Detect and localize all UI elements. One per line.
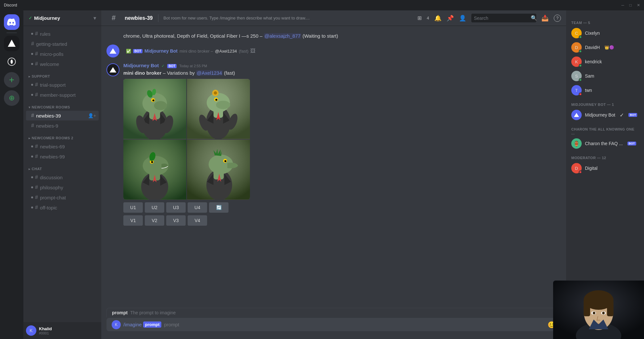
category-chat[interactable]: ▸ CHAT — [23, 162, 101, 172]
image-grid — [123, 79, 250, 200]
channel-item-newbies-9[interactable]: # newbies-9 — [26, 121, 99, 131]
notifications-icon[interactable]: 🔔 — [434, 15, 441, 22]
member-name-digital: Digital — [585, 166, 598, 171]
member-item-twn[interactable]: T twn — [569, 83, 641, 97]
pin-icon[interactable]: 📌 — [447, 15, 454, 22]
member-avatar-midjourney-bot — [571, 110, 582, 120]
bot-image-icon[interactable]: 🖼 — [250, 48, 255, 54]
upscale-3-button[interactable]: U3 — [166, 202, 186, 213]
upscale-4-button[interactable]: U4 — [188, 202, 207, 213]
channel-item-trial-support[interactable]: # trial-support — [26, 80, 99, 90]
search-bar[interactable]: 🔍 — [471, 14, 536, 22]
svg-point-28 — [214, 91, 217, 94]
category-arrow: ▸ — [29, 167, 31, 171]
davidh-badges: 👑🟣 — [604, 45, 614, 50]
video-feed — [553, 281, 644, 339]
minimize-button[interactable]: ─ — [621, 3, 624, 7]
close-button[interactable]: ✕ — [637, 3, 640, 7]
upscale-1-button[interactable]: U1 — [123, 202, 143, 213]
channel-item-philosophy[interactable]: # philosophy — [26, 182, 99, 192]
image-cell-bl[interactable] — [123, 140, 186, 200]
member-avatar-twn: T — [571, 85, 582, 95]
channel-bullet — [31, 207, 33, 208]
server-openai[interactable] — [4, 54, 19, 69]
channel-item-getting-started[interactable]: # getting-started — [26, 39, 99, 49]
server-header[interactable]: ✓ Midjourney ▾ — [23, 10, 101, 26]
action-buttons-upscale: U1 U2 U3 U4 🔄 — [123, 202, 561, 213]
add-server-button[interactable]: + — [4, 72, 19, 88]
members-icon[interactable]: 👤 — [459, 15, 466, 22]
search-input[interactable] — [474, 16, 531, 21]
member-name-kendrick: kendrick — [585, 59, 602, 64]
bot-header-row: ✅ BOT Midjourney Bot mini dino broker – … — [126, 48, 255, 54]
status-indicator — [579, 64, 582, 67]
channel-bullet — [31, 63, 33, 65]
channel-item-micro-polls[interactable]: # micro-polls — [26, 49, 99, 59]
header-icons: ⊞ 4 🔔 📌 👤 🔍 📥 ? — [417, 14, 561, 22]
variation-4-button[interactable]: V4 — [188, 215, 207, 226]
add-member-icon[interactable]: 👤+ — [88, 113, 96, 118]
variation-2-button[interactable]: V2 — [145, 215, 164, 226]
svg-point-37 — [151, 161, 153, 163]
channel-bullet — [31, 84, 33, 86]
channel-bullet — [31, 53, 33, 55]
category-support[interactable]: ▸ SUPPORT — [23, 69, 101, 80]
member-item-sam[interactable]: S Sam — [569, 69, 641, 83]
status-indicator — [579, 50, 582, 53]
help-icon[interactable]: ? — [554, 15, 561, 22]
server-discord-home[interactable] — [4, 14, 19, 30]
channel-item-prompt-chat[interactable]: # prompt-chat — [26, 193, 99, 202]
image-cell-tl[interactable] — [123, 79, 186, 139]
image-cell-tr[interactable] — [187, 79, 250, 139]
maximize-button[interactable]: □ — [629, 3, 632, 7]
autocomplete-description: The prompt to imagine — [130, 310, 176, 315]
bot-avatar-small — [106, 44, 119, 57]
member-item-kendrick[interactable]: K kendrick — [569, 55, 641, 69]
threads-icon[interactable]: ⊞ — [417, 15, 422, 21]
variation-3-button[interactable]: V3 — [166, 215, 186, 226]
explore-servers-button[interactable]: ⊕ — [4, 90, 19, 106]
member-item-digital[interactable]: D Digital — [569, 161, 641, 175]
channel-item-off-topic[interactable]: # off-topic — [26, 203, 99, 212]
server-midjourney[interactable] — [4, 36, 19, 51]
member-name-davidh: DavidH — [585, 45, 600, 50]
charon-bot-badge: BOT — [627, 142, 636, 145]
member-avatar-charon: 🏺 — [571, 138, 582, 149]
channel-item-welcome[interactable]: # welcome — [26, 59, 99, 69]
channel-item-discussion[interactable]: # discussion — [26, 172, 99, 182]
channel-bullet — [31, 94, 33, 96]
upscale-2-button[interactable]: U2 — [145, 202, 164, 213]
member-item-midjourney-bot[interactable]: Midjourney Bot ✓ BOT — [569, 108, 641, 122]
message-timestamp: Today at 2:55 PM — [179, 64, 207, 68]
category-arrow: ▾ — [29, 106, 31, 109]
member-item-charon[interactable]: 🏺 Charon the FAQ ... BOT — [569, 136, 641, 151]
inbox-icon[interactable]: 📥 — [541, 15, 549, 22]
channel-item-newbies-39[interactable]: # newbies-39 👤+ — [26, 111, 99, 120]
variation-1-button[interactable]: V1 — [123, 215, 143, 226]
user-panel: K Khalid #0001 — [23, 322, 101, 339]
server-divider — [6, 32, 17, 33]
channel-bullet — [31, 33, 33, 35]
user-avatar: K — [26, 325, 36, 336]
message-mention: @Axel1234 — [196, 70, 223, 76]
svg-point-23 — [216, 99, 217, 101]
member-item-davidh[interactable]: D DavidH 👑🟣 — [569, 40, 641, 55]
channel-item-newbies-69[interactable]: # newbies-69 — [26, 142, 99, 151]
bot-speed: (fast) — [239, 49, 249, 54]
refresh-button[interactable]: 🔄 — [209, 202, 229, 213]
chat-input-field[interactable] — [164, 318, 548, 331]
category-newcomer-rooms-2[interactable]: ▸ NEWCOMER ROOMS 2 — [23, 131, 101, 141]
verified-check-icon: ✅ — [126, 49, 131, 54]
channel-item-member-support[interactable]: # member-support — [26, 90, 99, 100]
category-newcomer-rooms[interactable]: ▾ NEWCOMER ROOMS — [23, 100, 101, 110]
member-name-charon: Charon the FAQ ... — [585, 141, 623, 146]
category-arrow: ▸ — [29, 136, 31, 140]
message-bold-text: mini dino broker — [123, 70, 162, 76]
channel-item-newbies-99[interactable]: # newbies-99 — [26, 152, 99, 161]
titlebar: Discord ─ □ ✕ — [0, 0, 644, 10]
server-list: + ⊕ — [0, 10, 23, 339]
bot-badge-main: BOT — [167, 64, 177, 68]
member-item-cixelyn[interactable]: C Cixelyn — [569, 26, 641, 40]
channel-item-rules[interactable]: # rules — [26, 29, 99, 39]
image-cell-br[interactable] — [187, 140, 250, 200]
